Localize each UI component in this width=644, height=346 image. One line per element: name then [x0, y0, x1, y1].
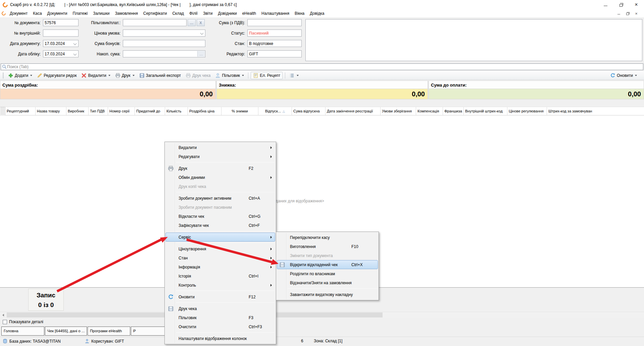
column-header[interactable]: Придатний до [135, 107, 165, 115]
column-header[interactable]: Франшиза [443, 107, 464, 115]
menu-item[interactable]: Видалити [165, 143, 275, 152]
field-input[interactable]: 57576 [43, 19, 79, 26]
clear-button[interactable]: X [197, 19, 205, 26]
menu-item[interactable]: Друк чека [165, 304, 275, 313]
menubar-item[interactable]: Довідка [307, 10, 327, 17]
restore-button[interactable] [613, 0, 629, 9]
menubar-item[interactable]: Документи [45, 10, 70, 17]
notes-panel[interactable] [305, 19, 642, 61]
toolbar-button[interactable]: Друк [113, 72, 137, 79]
menu-item[interactable]: ОновитиF12 [165, 292, 275, 301]
chevron-down-icon[interactable] [200, 32, 204, 35]
menubar-item[interactable]: Вікна [292, 10, 307, 17]
submenu-item-open-deferred-check[interactable]: Відкрити відкладений чекCtrl+X [277, 260, 378, 269]
menubar-item[interactable]: Філії [187, 10, 200, 17]
menu-item[interactable]: ІсторіяCtrl+I [165, 271, 275, 281]
menu-item[interactable]: Інформація [165, 262, 275, 271]
menubar-item[interactable]: Склад [169, 10, 187, 17]
menu-item[interactable]: ВиготовленняF10 [277, 242, 378, 251]
menu-item[interactable]: ПільговикF3 [165, 313, 275, 322]
bottom-tab[interactable]: Головна [1, 327, 44, 336]
refresh-button[interactable]: Оновити [608, 72, 639, 79]
menu-item[interactable]: Перепідключити касу [277, 233, 378, 242]
column-header[interactable]: Штрих-код за замовчуван [547, 107, 644, 115]
show-details-checkbox[interactable] [3, 320, 7, 324]
field-input-ellipsis[interactable]: … [123, 50, 205, 57]
column-header[interactable]: Відпуск...△ [258, 107, 292, 115]
menu-item[interactable]: Редагувати [165, 152, 275, 161]
menu-item[interactable]: Контроль [165, 281, 275, 290]
menu-item[interactable]: Налаштувати відображення колонок [165, 334, 275, 343]
column-header[interactable]: Тип ПДВ [89, 107, 108, 115]
toolbar-button[interactable] [287, 72, 301, 79]
menu-item[interactable]: Обмін даними [165, 173, 275, 182]
menubar-item[interactable]: Довідники [215, 10, 239, 17]
toolbar-button[interactable]: Ел. Рецепт [251, 72, 283, 79]
menu-item[interactable]: Зафіксувати чекCtrl+F [165, 221, 275, 230]
menubar-item[interactable]: eHealth [240, 10, 259, 17]
column-header[interactable]: Компенсація [416, 107, 443, 115]
menubar-item[interactable]: Каса [30, 10, 44, 17]
field-combo[interactable] [123, 30, 205, 37]
restore-button[interactable] [624, 11, 631, 16]
field-combo[interactable]: 17.03.2024 [43, 40, 79, 47]
menu-item[interactable]: Зробити документ активнимCtrl+A [165, 194, 275, 203]
column-header[interactable]: Умови зберігання [381, 107, 416, 115]
menubar-item[interactable]: Налаштування [259, 10, 292, 17]
toolbar-button[interactable]: Додати [6, 72, 35, 79]
field-input[interactable]: GIFT [247, 50, 302, 57]
minimize-button[interactable] [598, 0, 613, 9]
search-input[interactable] [7, 64, 642, 69]
bottom-tab[interactable]: Програми eHealth [88, 327, 130, 336]
menu-item[interactable]: Ціноутворення [165, 244, 275, 253]
menubar-item[interactable]: Звіти [200, 10, 215, 17]
menu-item[interactable]: Стан [165, 253, 275, 262]
field-input-xbtns[interactable] [123, 19, 187, 26]
toolbar-button[interactable]: Видалити [79, 72, 112, 79]
menu-item[interactable]: Відзначити/Зняти на замовлення [277, 278, 378, 287]
menu-item[interactable]: Відкласти чекCtrl+G [165, 212, 275, 221]
menu-item-service[interactable]: Сервіс [165, 233, 275, 242]
column-header[interactable]: Виробник [66, 107, 89, 115]
ellipsis-button[interactable]: … [197, 51, 205, 57]
column-header[interactable]: % знижки [221, 107, 258, 115]
menu-item[interactable]: ДрукF2 [165, 164, 275, 173]
toolbar-button[interactable]: Пільговик [213, 72, 246, 79]
menu-item[interactable]: Розділити по власникам [277, 269, 378, 278]
bottom-tab[interactable]: Р [131, 327, 166, 336]
field-input[interactable] [43, 30, 79, 37]
field-input[interactable] [123, 40, 205, 47]
menubar-item[interactable]: Сертифікати [141, 10, 170, 17]
column-header[interactable]: Рецептурний [5, 107, 36, 115]
close-button[interactable]: × [633, 11, 640, 16]
chevron-down-icon[interactable] [73, 42, 77, 45]
menubar-item[interactable]: Замовлення [112, 10, 140, 17]
menu-item[interactable]: Завантажити видаткову накладну [277, 290, 378, 299]
horizontal-scrollbar[interactable] [0, 312, 644, 318]
column-header[interactable]: Назва товару [36, 107, 66, 115]
minimize-button[interactable] [615, 11, 622, 16]
close-button[interactable]: × [629, 0, 644, 9]
column-header[interactable]: Дата закінчення реєстрації [326, 107, 381, 115]
column-header[interactable]: Роздрібна ціна [188, 107, 221, 115]
bottom-tab[interactable]: Чек [64455], дані о ... [45, 327, 87, 336]
column-header[interactable]: Внутрішній штрих-код [464, 107, 507, 115]
toolbar-button[interactable]: Загальний експорт [137, 72, 183, 79]
column-header[interactable]: Номер серії [108, 107, 135, 115]
toolbar-button[interactable]: Редагувати рядок [35, 72, 79, 79]
menubar-item[interactable]: Залишки [90, 10, 112, 17]
field-combo[interactable]: 17.03.2024 [43, 50, 79, 57]
field-input[interactable] [247, 19, 302, 26]
toolbar-grip-handle[interactable] [2, 72, 4, 79]
menubar-item[interactable]: Документ [7, 10, 30, 17]
scroll-left-button[interactable] [0, 312, 6, 318]
menubar-item[interactable]: Платежі [70, 10, 91, 17]
column-header[interactable]: Сума відпускна [292, 107, 326, 115]
menu-item[interactable]: ОчиститиCtrl+F3 [165, 322, 275, 331]
column-header[interactable]: Кількість [165, 107, 188, 115]
column-header[interactable]: Цінове регулювання [507, 107, 547, 115]
chevron-down-icon[interactable] [73, 52, 77, 56]
ellipsis-button[interactable]: … [188, 19, 196, 26]
field-input[interactable]: В подготовке [247, 40, 302, 47]
field-input[interactable]: Пасивний [247, 30, 302, 37]
